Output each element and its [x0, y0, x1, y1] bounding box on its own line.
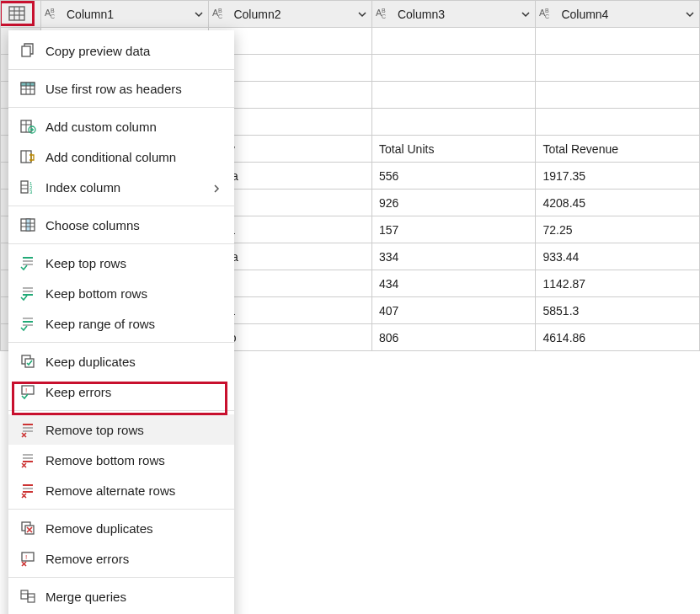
remove-bottom-icon	[19, 451, 37, 469]
column-filter-dropdown[interactable]	[193, 8, 205, 20]
keep-range-icon	[19, 314, 37, 333]
column-header-3[interactable]: ABC Column3	[372, 1, 536, 28]
menu-separator	[8, 577, 234, 578]
menu-add-custom-column[interactable]: Add custom column	[8, 111, 234, 141]
cell[interactable]: 407	[372, 297, 536, 324]
menu-label: Index column	[45, 180, 212, 195]
remove-top-icon	[19, 420, 37, 439]
menu-label: Merge queries	[45, 590, 222, 604]
svg-text:C: C	[545, 13, 549, 19]
table-icon	[8, 6, 25, 21]
column-header-label: Column4	[561, 8, 608, 21]
menu-copy-preview-data[interactable]: Copy preview data	[8, 35, 234, 66]
cell[interactable]: 933.44	[536, 243, 700, 270]
cell[interactable]	[372, 109, 536, 136]
menu-label: Use first row as headers	[45, 82, 222, 96]
copy-icon	[19, 41, 37, 60]
menu-separator	[8, 107, 234, 108]
svg-rect-65	[21, 590, 28, 599]
svg-text:B: B	[382, 8, 386, 13]
menu-merge-queries[interactable]: Merge queries	[8, 581, 234, 611]
svg-rect-0	[9, 7, 24, 20]
svg-text:B: B	[545, 8, 549, 13]
svg-rect-36	[26, 219, 30, 231]
menu-keep-duplicates[interactable]: Keep duplicates	[8, 346, 234, 376]
column-filter-dropdown[interactable]	[684, 8, 696, 20]
choose-columns-icon	[19, 216, 37, 234]
menu-label: Add conditional column	[45, 150, 222, 164]
cell[interactable]: 806	[372, 324, 536, 351]
column-filter-dropdown[interactable]	[520, 8, 532, 20]
cell[interactable]: 5851.3	[536, 297, 700, 324]
text-type-icon: ABC	[45, 6, 60, 22]
menu-index-column[interactable]: 123 Index column	[8, 172, 234, 202]
cell[interactable]	[536, 109, 700, 136]
menu-label: Copy preview data	[45, 44, 222, 58]
menu-separator	[8, 342, 234, 343]
cell[interactable]: 72.25	[536, 216, 700, 243]
cell[interactable]	[536, 55, 700, 82]
menu-label: Remove top rows	[45, 423, 222, 437]
menu-separator	[8, 69, 234, 70]
remove-alternate-icon	[19, 481, 37, 499]
submenu-arrow-icon	[212, 182, 222, 192]
svg-rect-66	[28, 594, 35, 602]
menu-separator	[8, 243, 234, 244]
cell[interactable]: 157	[372, 216, 536, 243]
text-type-icon: ABC	[539, 6, 554, 22]
custom-column-icon	[19, 117, 37, 136]
menu-remove-alternate-rows[interactable]: Remove alternate rows	[8, 475, 234, 505]
column-filter-dropdown[interactable]	[356, 8, 368, 20]
svg-text:C: C	[218, 13, 222, 19]
menu-label: Keep errors	[45, 385, 222, 399]
menu-keep-errors[interactable]: ! Keep errors	[8, 376, 234, 407]
table-context-menu: Copy preview data Use first row as heade…	[8, 30, 234, 614]
menu-label: Remove alternate rows	[45, 483, 222, 498]
menu-keep-range-rows[interactable]: Keep range of rows	[8, 308, 234, 339]
keep-errors-icon: !	[19, 382, 37, 401]
cell[interactable]: 1142.87	[536, 270, 700, 297]
cell[interactable]: 556	[372, 163, 536, 190]
menu-label: Add custom column	[45, 120, 222, 134]
cell[interactable]: Total Revenue	[536, 136, 700, 163]
cell[interactable]	[536, 82, 700, 109]
column-header-1[interactable]: ABC Column1	[41, 1, 208, 28]
menu-remove-duplicates[interactable]: Remove duplicates	[8, 513, 234, 543]
cell[interactable]: 4614.86	[536, 324, 700, 351]
index-column-icon: 123	[19, 178, 37, 196]
menu-add-conditional-column[interactable]: Add conditional column	[8, 141, 234, 172]
menu-label: Keep duplicates	[45, 355, 222, 369]
menu-keep-top-rows[interactable]: Keep top rows	[8, 248, 234, 278]
cell[interactable]: 1917.35	[536, 163, 700, 190]
cell[interactable]	[372, 55, 536, 82]
cell[interactable]: 4208.45	[536, 190, 700, 216]
menu-remove-bottom-rows[interactable]: Remove bottom rows	[8, 445, 234, 475]
cell[interactable]: 334	[372, 243, 536, 270]
column-header-label: Column2	[233, 8, 281, 21]
menu-label: Remove duplicates	[45, 521, 222, 536]
svg-rect-19	[21, 83, 35, 86]
column-header-4[interactable]: ABC Column4	[536, 1, 700, 28]
cell[interactable]: 434	[372, 270, 536, 297]
svg-text:!: !	[25, 553, 27, 561]
menu-keep-bottom-rows[interactable]: Keep bottom rows	[8, 278, 234, 308]
keep-top-icon	[19, 254, 37, 272]
svg-text:!: !	[25, 387, 27, 394]
cell[interactable]	[372, 82, 536, 109]
table-header-icon	[19, 79, 37, 98]
cell[interactable]: Total Units	[372, 136, 536, 163]
cell[interactable]: 926	[372, 190, 536, 216]
menu-remove-top-rows[interactable]: Remove top rows	[8, 414, 234, 445]
keep-bottom-icon	[19, 284, 37, 302]
cell[interactable]	[372, 28, 536, 55]
menu-remove-errors[interactable]: ! Remove errors	[8, 543, 234, 574]
column-header-2[interactable]: ABC Column2	[208, 1, 371, 28]
svg-text:B: B	[218, 8, 222, 13]
menu-label: Remove errors	[45, 552, 222, 566]
menu-choose-columns[interactable]: Choose columns	[8, 210, 234, 240]
table-corner-button[interactable]	[1, 1, 41, 28]
remove-errors-icon: !	[19, 549, 37, 568]
menu-use-first-row-headers[interactable]: Use first row as headers	[8, 73, 234, 104]
cell[interactable]	[536, 28, 700, 55]
keep-duplicates-icon	[19, 352, 37, 371]
